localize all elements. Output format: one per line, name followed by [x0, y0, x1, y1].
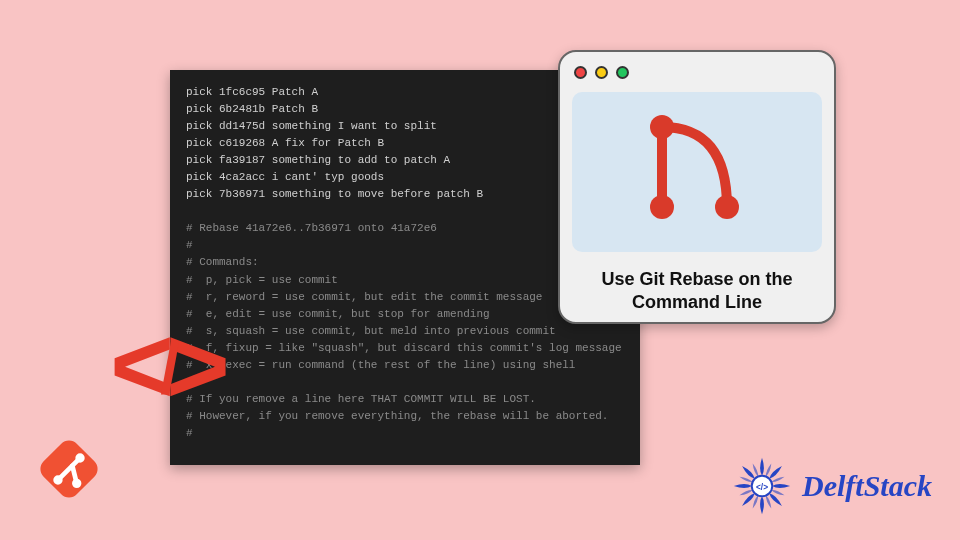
terminal-line: pick 1fc6c95 Patch A [186, 86, 318, 98]
traffic-light-red-icon [574, 66, 587, 79]
terminal-line: pick 6b2481b Patch B [186, 103, 318, 115]
branch-icon [632, 112, 762, 232]
brand-badge: </> DelftStack [730, 454, 932, 518]
svg-point-8 [650, 195, 674, 219]
terminal-line: pick c619268 A fix for Patch B [186, 137, 384, 149]
terminal-line: pick 7b36971 something to move before pa… [186, 188, 483, 200]
terminal-line: # p, pick = use commit [186, 274, 338, 286]
traffic-light-yellow-icon [595, 66, 608, 79]
terminal-line: # Commands: [186, 256, 259, 268]
terminal-line: pick dd1475d something I want to split [186, 120, 437, 132]
terminal-line: # [186, 239, 193, 251]
svg-point-9 [715, 195, 739, 219]
svg-point-7 [650, 115, 674, 139]
mandala-icon: </> [730, 454, 794, 518]
window-titlebar [560, 52, 834, 92]
terminal-line: pick fa39187 something to add to patch A [186, 154, 450, 166]
card-caption: Use Git Rebase on the Command Line [560, 262, 834, 313]
git-icon [30, 430, 108, 508]
code-bracket-icon: </> [110, 290, 260, 440]
terminal-line: pick 4ca2acc i cant' typ goods [186, 171, 384, 183]
brand-name: DelftStack [802, 469, 932, 503]
traffic-light-green-icon [616, 66, 629, 79]
svg-text:</>: </> [756, 482, 768, 492]
window-body [572, 92, 822, 252]
illustration-window: Use Git Rebase on the Command Line [558, 50, 836, 324]
terminal-line: # Rebase 41a72e6..7b36971 onto 41a72e6 [186, 222, 437, 234]
